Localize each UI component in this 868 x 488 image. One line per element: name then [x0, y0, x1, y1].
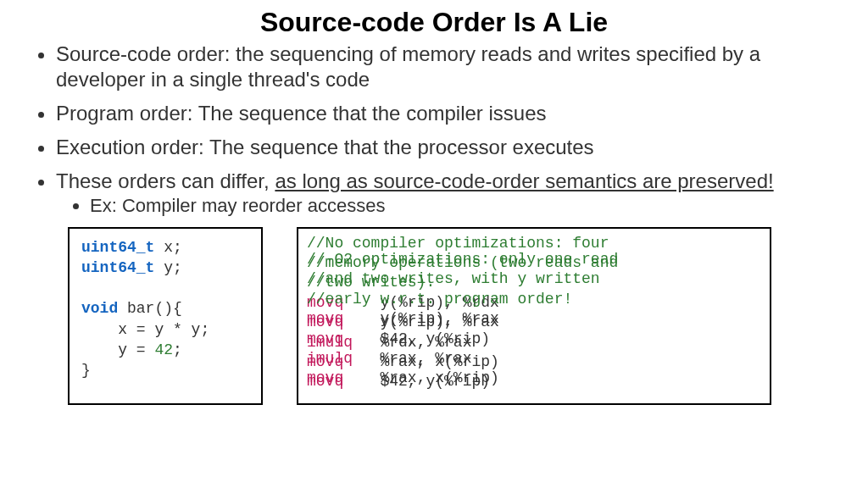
- asmB-a1: y(%rip), %rax: [343, 310, 499, 327]
- src-l2b: y;: [154, 259, 181, 276]
- source-code-box: uint64_t x; uint64_t y; void bar(){ x = …: [68, 227, 263, 405]
- src-l1b: x;: [154, 239, 181, 256]
- kw-void: void: [81, 300, 118, 317]
- bullet-4: These orders can differ, as long as sour…: [56, 169, 834, 219]
- asmB-i2: movq: [307, 330, 343, 347]
- bullet-2: Program order: The sequence that the com…: [56, 101, 834, 126]
- bullet-list: Source-code order: the sequencing of mem…: [34, 42, 834, 219]
- bullet-4-prefix: These orders can differ,: [56, 169, 275, 192]
- src-l5: x = y * y;: [81, 321, 209, 338]
- asmB-a3: %rax, %rax: [353, 350, 471, 367]
- asmB-c1: //-O2 optimizations: only one read: [307, 251, 618, 268]
- src-l6b: 42: [154, 341, 173, 358]
- src-l6a: y =: [81, 341, 154, 358]
- bullet-4-underlined: as long as source-code-order semantics a…: [275, 169, 773, 192]
- asmB-i3: imulq: [307, 350, 353, 367]
- asmB-a2: $42, y(%rip): [343, 330, 490, 347]
- kw-uint64-2: uint64_t: [81, 259, 154, 276]
- assembly-box: //No compiler optimizations: four //memo…: [297, 227, 771, 405]
- sub-bullet-1: Ex: Compiler may reorder accesses: [90, 194, 834, 219]
- bullet-3: Execution order: The sequence that the p…: [56, 135, 834, 160]
- src-l7: }: [81, 362, 91, 379]
- sub-bullet-list: Ex: Compiler may reorder accesses: [56, 194, 834, 219]
- src-l4b: bar(){: [118, 300, 182, 317]
- code-row: uint64_t x; uint64_t y; void bar(){ x = …: [34, 227, 834, 405]
- slide-title: Source-code Order Is A Lie: [34, 7, 834, 38]
- asmB-c3: //early w.r.t. program order!: [307, 291, 572, 308]
- src-l6c: ;: [173, 341, 182, 358]
- kw-uint64-1: uint64_t: [81, 239, 154, 256]
- asmB-c2: //and two writes, with y written: [307, 270, 600, 287]
- bullet-1: Source-code order: the sequencing of mem…: [56, 42, 834, 92]
- asmB-a4: %rax, x(%rip): [343, 369, 499, 386]
- asm-layer-o2: //-O2 optimizations: only one read //and…: [307, 230, 761, 389]
- asmB-i1: movq: [307, 310, 343, 327]
- asmB-i4: movq: [307, 369, 343, 386]
